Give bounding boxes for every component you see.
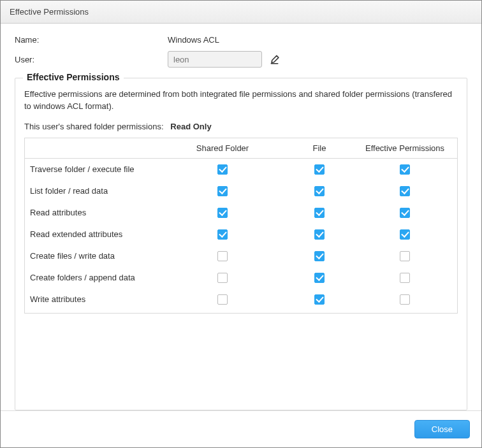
perm-name: Create files / write data — [25, 251, 159, 261]
permissions-table-body[interactable]: Traverse folder / execute fileList folde… — [25, 159, 457, 314]
description-text: Effective permissions are determined fro… — [24, 89, 458, 113]
perm-name: List folder / read data — [25, 186, 159, 196]
perm-effective-cell — [353, 164, 457, 175]
table-row: Write attributes — [25, 289, 457, 310]
fieldset-legend: Effective Permissions — [23, 72, 124, 82]
checkbox-checked-icon — [217, 186, 228, 196]
table-row: Traverse folder / execute file — [25, 159, 457, 180]
table-row: List folder / read data — [25, 180, 457, 202]
perm-name: Create folders / append data — [25, 273, 159, 282]
checkbox-checked-icon — [400, 208, 410, 218]
perm-name: Read extended attributes — [25, 229, 159, 239]
perm-effective-cell — [353, 229, 457, 240]
perm-shared-folder-cell — [159, 250, 286, 261]
checkbox-unchecked-icon — [400, 273, 410, 283]
perm-shared-folder-cell — [159, 229, 286, 240]
perm-file-cell — [286, 207, 353, 218]
effective-permissions-window: Effective Permissions Name: Windows ACL … — [0, 0, 482, 448]
checkbox-checked-icon — [217, 164, 228, 175]
perm-shared-folder-cell — [159, 185, 286, 196]
checkbox-unchecked-icon — [217, 273, 228, 283]
perm-name: Read attributes — [25, 208, 159, 217]
close-button[interactable]: Close — [414, 420, 470, 438]
user-row: User: — [15, 51, 467, 68]
window-title: Effective Permissions — [10, 7, 89, 17]
checkbox-unchecked-icon — [217, 251, 228, 261]
table-row: Create folders / append data — [25, 267, 457, 289]
permissions-table: Shared Folder File Effective Permissions… — [24, 138, 458, 314]
perm-effective-cell — [353, 207, 457, 218]
shared-perm-value: Read Only — [170, 122, 211, 131]
effective-permissions-fieldset: Effective Permissions Effective permissi… — [15, 78, 467, 410]
col-header-file: File — [286, 138, 353, 159]
table-row: Create files / write data — [25, 245, 457, 267]
perm-effective-cell — [353, 250, 457, 261]
perm-effective-cell — [353, 294, 457, 305]
name-row: Name: Windows ACL — [15, 35, 467, 45]
col-header-effective: Effective Permissions — [353, 138, 457, 159]
perm-file-cell — [286, 272, 353, 283]
perm-file-cell — [286, 294, 353, 305]
checkbox-unchecked-icon — [400, 294, 410, 305]
checkbox-checked-icon — [400, 229, 410, 240]
titlebar: Effective Permissions — [1, 1, 481, 24]
perm-file-cell — [286, 250, 353, 261]
footer: Close — [1, 410, 481, 447]
table-row: Read extended attributes — [25, 224, 457, 245]
checkbox-checked-icon — [400, 186, 410, 196]
perm-shared-folder-cell — [159, 207, 286, 218]
perm-file-cell — [286, 229, 353, 240]
user-input[interactable] — [168, 51, 262, 68]
perm-shared-folder-cell — [159, 272, 286, 283]
perm-file-cell — [286, 164, 353, 175]
shared-perm-line: This user's shared folder permissions: R… — [24, 122, 458, 131]
perm-effective-cell — [353, 185, 457, 196]
perm-name: Traverse folder / execute file — [25, 164, 159, 174]
name-label: Name: — [15, 35, 168, 45]
edit-user-button[interactable] — [268, 52, 282, 66]
perm-name: Write attributes — [25, 294, 159, 304]
checkbox-unchecked-icon — [400, 251, 410, 261]
checkbox-checked-icon — [217, 229, 228, 240]
checkbox-checked-icon — [217, 208, 228, 218]
content-area: Name: Windows ACL User: Effective Permis… — [1, 24, 481, 410]
checkbox-checked-icon — [314, 251, 325, 261]
checkbox-checked-icon — [314, 294, 325, 305]
checkbox-checked-icon — [314, 164, 325, 175]
perm-file-cell — [286, 185, 353, 196]
edit-icon — [270, 54, 281, 65]
col-header-name — [25, 138, 159, 159]
checkbox-checked-icon — [314, 208, 325, 218]
checkbox-checked-icon — [400, 164, 410, 175]
user-label: User: — [15, 55, 168, 64]
shared-perm-label: This user's shared folder permissions: — [24, 122, 164, 131]
perm-shared-folder-cell — [159, 164, 286, 175]
col-header-shared-folder: Shared Folder — [159, 138, 286, 159]
table-row: Read attributes — [25, 202, 457, 224]
name-value: Windows ACL — [168, 35, 219, 45]
checkbox-checked-icon — [314, 229, 325, 240]
checkbox-checked-icon — [314, 273, 325, 283]
checkbox-checked-icon — [314, 186, 325, 196]
permissions-table-header: Shared Folder File Effective Permissions — [25, 138, 457, 159]
perm-shared-folder-cell — [159, 294, 286, 305]
checkbox-unchecked-icon — [217, 294, 228, 305]
perm-effective-cell — [353, 272, 457, 283]
